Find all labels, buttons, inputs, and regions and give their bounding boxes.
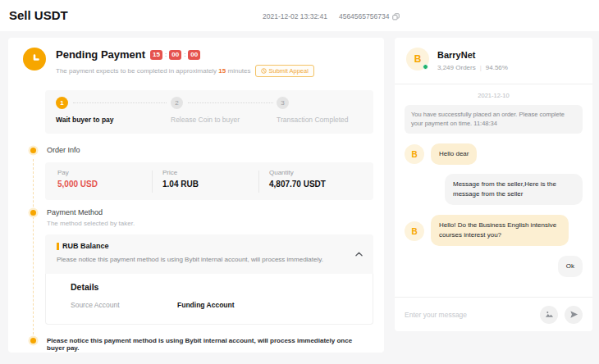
counterparty-name: BarryNet <box>437 50 475 60</box>
source-account-value: Funding Account <box>177 301 235 309</box>
minutes-remaining: 15 <box>218 67 226 75</box>
order-meta: 2021-12-02 13:32:41 4564565756734 <box>263 12 400 20</box>
chat-header-divider <box>395 84 592 84</box>
pay-value: 5,000 USD <box>57 180 98 189</box>
countdown-hours: 15 <box>150 50 162 60</box>
step-3-label: Transaction Completed <box>277 116 349 124</box>
buyer-message-avatar: B <box>405 144 424 164</box>
chat-message-input[interactable] <box>405 311 533 319</box>
status-title-row: Pending Payment 15 : 00 : 00 <box>56 48 200 61</box>
top-header: Sell USDT 2021-12-02 13:32:41 4564565756… <box>0 0 599 31</box>
page-title: Sell USDT <box>9 8 68 22</box>
countdown-timer: 15 : 00 : 00 <box>150 50 200 60</box>
send-message-button[interactable] <box>565 306 583 324</box>
counterparty-stats: 3,249 Orders | 94.56% <box>437 64 508 71</box>
step-connector <box>188 102 273 103</box>
method-name: RUB Balance <box>62 242 109 250</box>
countdown-minutes: 00 <box>169 50 181 60</box>
field-divider <box>152 171 153 193</box>
submit-appeal-button[interactable]: Submit Appeal <box>255 65 314 77</box>
pay-label: Pay <box>57 169 98 176</box>
step-3-circle: 3 <box>277 97 289 109</box>
bottom-note: Please notice this payment method is usi… <box>47 337 367 352</box>
method-accent-bar <box>57 243 59 250</box>
payment-method-card: RUB Balance Please notice this payment m… <box>45 234 373 325</box>
image-icon <box>545 310 554 319</box>
order-id: 4564565756734 <box>339 12 389 20</box>
step-2-circle: 2 <box>171 97 183 109</box>
chat-input-bar <box>395 297 592 331</box>
payment-method-header: RUB Balance Please notice this payment m… <box>45 234 373 274</box>
buyer-message: Hello dear <box>431 143 477 165</box>
quantity-value: 4,807.70 USDT <box>269 180 326 189</box>
quantity-label: Quantity <box>269 169 326 176</box>
online-status-dot <box>423 64 428 70</box>
chat-date: 2021-12-10 <box>395 92 592 99</box>
counterparty-rate: 94.56% <box>486 64 508 71</box>
step-1-circle: 1 <box>56 97 68 109</box>
step-connector <box>73 102 167 103</box>
order-datetime: 2021-12-02 13:32:41 <box>263 12 327 20</box>
payment-method-details: Details Source Account Funding Account <box>45 274 373 325</box>
collapse-button[interactable] <box>354 249 364 259</box>
submit-appeal-label: Submit Appeal <box>269 67 309 75</box>
counterparty-orders: 3,249 Orders <box>437 64 476 71</box>
order-detail-card: Pending Payment 15 : 00 : 00 The payment… <box>8 38 384 353</box>
buyer-message: Hello! Do the Business English intensive… <box>431 215 569 246</box>
section-rail-line <box>33 159 34 343</box>
payment-method-title: Payment Method <box>47 208 103 216</box>
status-subtitle: The payment expects to be completed in a… <box>56 67 251 75</box>
price-value: 1.04 RUB <box>162 180 199 189</box>
bottom-note-bullet <box>30 338 36 344</box>
chevron-up-icon <box>355 252 363 257</box>
pay-field: Pay 5,000 USD <box>57 169 98 189</box>
order-info-title: Order Info <box>47 146 80 154</box>
system-message: You have successfully placed an order. P… <box>405 105 583 134</box>
source-account-label: Source Account <box>71 301 120 309</box>
status-title: Pending Payment <box>56 48 145 61</box>
seller-message: Message from the seller,Here is the mess… <box>445 174 583 205</box>
send-icon <box>569 310 578 319</box>
details-title: Details <box>71 282 98 292</box>
quantity-field: Quantity 4,807.70 USDT <box>269 169 326 189</box>
copy-icon[interactable] <box>392 13 400 20</box>
buyer-message-avatar: B <box>405 221 424 241</box>
status-subtitle-row: The payment expects to be completed in a… <box>56 65 314 77</box>
order-info-box: Pay 5,000 USD Price 1.04 RUB Quantity 4,… <box>45 162 373 200</box>
chat-panel: B BarryNet 3,249 Orders | 94.56% 2021-12… <box>395 38 592 331</box>
order-progress-stepper: 1 2 3 Wait buyer to pay Release Coin to … <box>45 90 373 134</box>
attach-image-button[interactable] <box>540 306 558 324</box>
appeal-clock-icon <box>261 68 267 74</box>
seller-message: Ok <box>558 256 583 277</box>
payment-method-bullet <box>30 210 36 216</box>
step-1-label: Wait buyer to pay <box>56 116 114 124</box>
pending-clock-icon <box>23 48 46 71</box>
field-divider <box>258 171 259 193</box>
step-2-label: Release Coin to buyer <box>171 116 240 124</box>
price-field: Price 1.04 RUB <box>162 169 199 189</box>
countdown-seconds: 00 <box>188 50 200 60</box>
method-note: Please notice this payment method is usi… <box>57 256 323 263</box>
price-label: Price <box>162 169 199 176</box>
payment-method-subtitle: The method selected by taker. <box>47 220 135 227</box>
order-info-bullet <box>30 148 36 153</box>
